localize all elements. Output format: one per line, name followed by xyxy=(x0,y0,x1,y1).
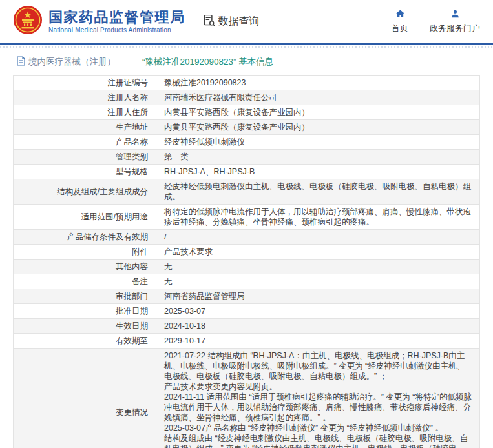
row-value: 产品技术要求 xyxy=(156,245,480,260)
breadcrumb: 境内医疗器械（注册） —— “豫械注准20192090823” 基本信息 xyxy=(0,48,493,74)
row-value: 将特定的低频脉冲电流作用于人体，用以辅助治疗颈部疼痛、肩痛、慢性膝痛、带状疱疹后… xyxy=(156,205,480,230)
row-label: 生效日期 xyxy=(14,319,156,334)
row-label: 生产地址 xyxy=(14,120,156,135)
table-row: 注册人名称 河南瑞禾医疗器械有限责任公司 xyxy=(14,90,480,105)
agency-title-block: 国家药品监督管理局 National Medical Products Admi… xyxy=(48,9,185,33)
breadcrumb-current: “豫械注准20192090823” 基本信息 xyxy=(142,56,273,68)
table-row-change-history: 变更情况 2021-07-22 结构组成由 “RH-JPSJ-A：由主机、电极线… xyxy=(14,349,480,448)
row-label: 结构及组成/主要组成成分 xyxy=(14,179,156,205)
breadcrumb-category: 境内医疗器械（注册） xyxy=(28,56,116,68)
table-row: 管理类别 第二类 xyxy=(14,150,480,165)
nav-home[interactable]: 首页 xyxy=(388,8,412,34)
header-divider xyxy=(0,43,493,45)
registration-info-table: 注册证编号 豫械注准20192090823 注册人名称 河南瑞禾医疗器械有限责任… xyxy=(13,75,480,448)
table-row: 注册证编号 豫械注准20192090823 xyxy=(14,76,480,90)
table-row: 产品名称 经皮神经低频电刺激仪 xyxy=(14,135,480,150)
row-label: 备注 xyxy=(14,274,156,289)
page-file-icon xyxy=(17,56,25,68)
row-value: 经皮神经低频电刺激仪 xyxy=(156,135,480,150)
row-value: 河南省药品监督管理局 xyxy=(156,289,480,304)
row-label: 附件 xyxy=(14,245,156,260)
nav-data-query[interactable]: 数据查询 xyxy=(202,14,260,30)
table-row: 产品储存条件及有效期 / xyxy=(14,230,480,245)
nav-data-query-label: 数据查询 xyxy=(218,15,260,28)
row-label: 产品储存条件及有效期 xyxy=(14,230,156,245)
row-label: 有效期至 xyxy=(14,334,156,349)
row-label: 适用范围/预期用途 xyxy=(14,205,156,230)
row-label: 管理类别 xyxy=(14,150,156,165)
row-value: 内黄县平安路西段（康复设备产业园内） xyxy=(156,120,480,135)
row-value: RH-JPSJ-A、RH-JPSJ-B xyxy=(156,165,480,179)
table-row: 有效期至 2029-10-17 xyxy=(14,334,480,349)
breadcrumb-separator: —— xyxy=(120,57,138,67)
row-label: 注册证编号 xyxy=(14,76,156,90)
table-row: 备注 无 xyxy=(14,274,480,289)
table-row: 附件 产品技术要求 xyxy=(14,245,480,260)
row-label: 注册人住所 xyxy=(14,105,156,120)
row-value: 无 xyxy=(156,274,480,289)
agency-subtitle: National Medical Products Administration xyxy=(48,26,185,34)
table-row: 生产地址 内黄县平安路西段（康复设备产业园内） xyxy=(14,120,480,135)
table-row: 生效日期 2024-10-18 xyxy=(14,319,480,334)
row-label: 注册人名称 xyxy=(14,90,156,105)
row-value: 2021-07-22 结构组成由 “RH-JPSJ-A：由主机、电极线、电极组成… xyxy=(156,349,480,448)
row-label: 变更情况 xyxy=(14,349,156,448)
row-value: 无 xyxy=(156,260,480,274)
user-icon xyxy=(450,8,461,21)
nmpa-logo[interactable]: 国家药品监督管理局 National Medical Products Admi… xyxy=(13,5,185,37)
table-row: 适用范围/预期用途 将特定的低频脉冲电流作用于人体，用以辅助治疗颈部疼痛、肩痛、… xyxy=(14,205,480,230)
row-value: 内黄县平安路西段（康复设备产业园内） xyxy=(156,105,480,120)
top-nav: 首页 政务服务门户 xyxy=(388,8,483,34)
nav-portal-label: 政务服务门户 xyxy=(430,23,480,34)
row-label: 批准日期 xyxy=(14,304,156,319)
row-value: 豫械注准20192090823 xyxy=(156,76,480,90)
row-label: 审批部门 xyxy=(14,289,156,304)
table-row: 注册人住所 内黄县平安路西段（康复设备产业园内） xyxy=(14,105,480,120)
table-row: 审批部门 河南省药品监督管理局 xyxy=(14,289,480,304)
table-row: 其他内容 无 xyxy=(14,260,480,274)
row-value: 河南瑞禾医疗器械有限责任公司 xyxy=(156,90,480,105)
row-value: 2024-10-18 xyxy=(156,319,480,334)
row-label: 其他内容 xyxy=(14,260,156,274)
table-row: 型号规格 RH-JPSJ-A、RH-JPSJ-B xyxy=(14,165,480,179)
site-header: 国家药品监督管理局 National Medical Products Admi… xyxy=(0,0,493,43)
row-value: 2029-10-17 xyxy=(156,334,480,349)
row-label: 型号规格 xyxy=(14,165,156,179)
table-row: 结构及组成/主要组成成分 经皮神经低频电刺激仪由主机、电极线、电极板（硅胶电极、… xyxy=(14,179,480,205)
row-value: 经皮神经低频电刺激仪由主机、电极线、电极板（硅胶电极、吸附电极、自粘电极）组成。 xyxy=(156,179,480,205)
table-row: 批准日期 2025-03-07 xyxy=(14,304,480,319)
row-value: 2025-03-07 xyxy=(156,304,480,319)
agency-title: 国家药品监督管理局 xyxy=(48,9,185,25)
home-icon xyxy=(395,8,406,21)
national-emblem-icon xyxy=(13,5,43,37)
row-value: 第二类 xyxy=(156,150,480,165)
document-search-icon xyxy=(202,14,216,30)
nav-home-label: 首页 xyxy=(392,23,408,34)
row-label: 产品名称 xyxy=(14,135,156,150)
row-value: / xyxy=(156,230,480,245)
nav-portal[interactable]: 政务服务门户 xyxy=(430,8,480,34)
